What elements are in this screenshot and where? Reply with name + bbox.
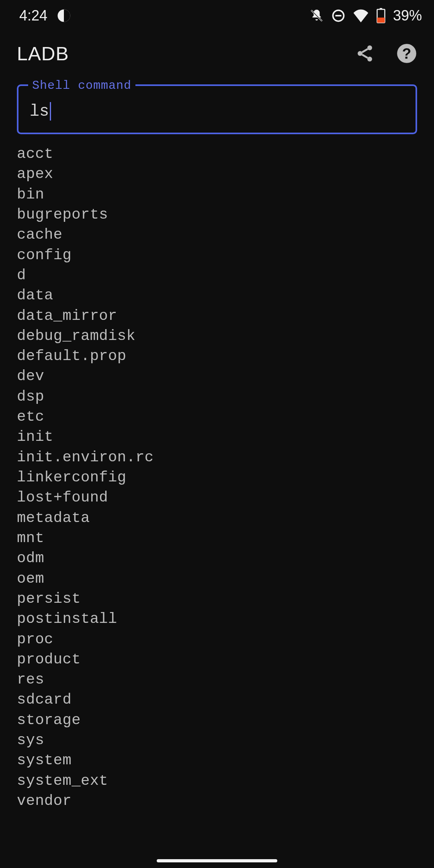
output-line: dev bbox=[17, 366, 417, 386]
share-icon bbox=[355, 44, 375, 63]
battery-percentage: 39% bbox=[393, 7, 422, 24]
share-button[interactable] bbox=[354, 42, 376, 65]
output-line: data_mirror bbox=[17, 306, 417, 326]
status-left: 4:24 bbox=[19, 7, 71, 24]
output-line: vendor bbox=[17, 791, 417, 811]
output-line: bin bbox=[17, 184, 417, 205]
shell-command-row: ls bbox=[30, 102, 404, 121]
shell-command-input[interactable]: ls bbox=[30, 102, 49, 121]
output-line: dsp bbox=[17, 387, 417, 407]
output-line: debug_ramdisk bbox=[17, 326, 417, 346]
help-icon: ? bbox=[396, 43, 417, 64]
shell-command-field[interactable]: Shell command ls bbox=[17, 84, 417, 134]
output-line: proc bbox=[17, 629, 417, 649]
output-line: system_ext bbox=[17, 771, 417, 791]
text-cursor bbox=[50, 102, 51, 121]
app-bar: LADB ? bbox=[0, 31, 434, 76]
output-line: bugreports bbox=[17, 205, 417, 225]
wifi-icon bbox=[353, 9, 369, 23]
app-indicator-icon bbox=[57, 9, 71, 23]
svg-point-10 bbox=[367, 57, 372, 61]
output-line: odm bbox=[17, 548, 417, 568]
output-line: apex bbox=[17, 164, 417, 184]
content-area: Shell command ls bbox=[0, 76, 434, 134]
svg-rect-7 bbox=[377, 18, 385, 23]
gesture-nav-bar[interactable] bbox=[157, 859, 277, 862]
dnd-icon bbox=[331, 8, 346, 23]
output-line: system bbox=[17, 750, 417, 770]
battery-icon bbox=[376, 8, 386, 23]
status-right: 39% bbox=[309, 7, 422, 24]
output-line: sys bbox=[17, 730, 417, 750]
output-line: mnt bbox=[17, 528, 417, 548]
output-line: init.environ.rc bbox=[17, 447, 417, 467]
output-line: postinstall bbox=[17, 609, 417, 629]
output-line: storage bbox=[17, 710, 417, 730]
output-line: d bbox=[17, 265, 417, 285]
output-line: data bbox=[17, 285, 417, 305]
status-time: 4:24 bbox=[19, 7, 47, 24]
output-line: res bbox=[17, 669, 417, 690]
output-line: metadata bbox=[17, 508, 417, 528]
output-line: product bbox=[17, 649, 417, 669]
output-line: init bbox=[17, 427, 417, 447]
status-bar: 4:24 39% bbox=[0, 0, 434, 31]
output-line: linkerconfig bbox=[17, 467, 417, 487]
output-line: acct bbox=[17, 144, 417, 164]
svg-point-8 bbox=[367, 45, 372, 50]
output-line: etc bbox=[17, 407, 417, 427]
output-line: lost+found bbox=[17, 487, 417, 508]
output-line: oem bbox=[17, 569, 417, 589]
output-line: default.prop bbox=[17, 346, 417, 366]
output-line: persist bbox=[17, 589, 417, 609]
output-line: config bbox=[17, 245, 417, 265]
help-button[interactable]: ? bbox=[395, 42, 418, 65]
mute-icon bbox=[309, 8, 324, 23]
app-actions: ? bbox=[354, 42, 418, 65]
output-line: cache bbox=[17, 225, 417, 245]
shell-command-label: Shell command bbox=[28, 79, 135, 92]
svg-point-9 bbox=[358, 51, 362, 56]
app-title: LADB bbox=[17, 43, 69, 65]
shell-output[interactable]: acctapexbinbugreportscacheconfigddatadat… bbox=[0, 134, 434, 811]
svg-text:?: ? bbox=[402, 45, 411, 62]
output-line: sdcard bbox=[17, 690, 417, 710]
